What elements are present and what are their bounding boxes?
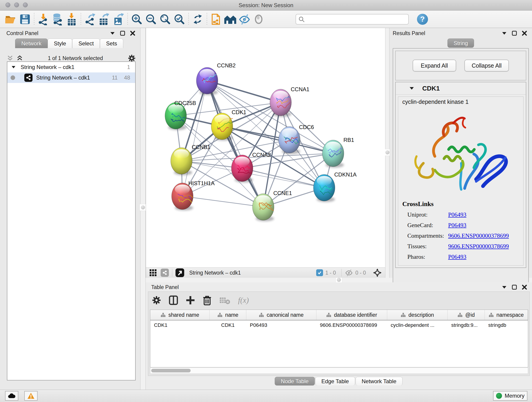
- network-node-CCNE1[interactable]: CCNE1: [253, 190, 292, 221]
- column-header-database-identifier[interactable]: database identifier: [316, 310, 387, 320]
- crosslink-link[interactable]: P06493: [448, 222, 466, 229]
- expand-all-icon[interactable]: [17, 55, 23, 61]
- network-edge[interactable]: [207, 81, 281, 102]
- float-panel-icon[interactable]: [502, 32, 507, 35]
- column-header-description[interactable]: description: [387, 310, 447, 320]
- crosslink-link[interactable]: P06493: [448, 211, 466, 218]
- search-input[interactable]: [305, 16, 403, 22]
- network-node-CCNA1[interactable]: CCNA1: [270, 86, 309, 117]
- network-edge[interactable]: [207, 81, 263, 207]
- grid-view-icon[interactable]: [149, 269, 157, 277]
- network-badge-gray[interactable]: [161, 269, 169, 277]
- save-session-button[interactable]: [18, 13, 32, 26]
- memory-button[interactable]: Memory: [493, 391, 527, 401]
- network-node-CCNA2[interactable]: CCNA2: [231, 152, 271, 183]
- show-columns-icon[interactable]: [169, 295, 178, 305]
- export-network-button[interactable]: [83, 13, 97, 26]
- collapse-all-button[interactable]: Collapse All: [464, 60, 509, 71]
- table-options-gear-icon[interactable]: [152, 296, 161, 305]
- maximize-panel-icon[interactable]: [120, 31, 125, 36]
- tab-select[interactable]: Select: [72, 38, 100, 48]
- table-horizontal-scrollbar[interactable]: [150, 368, 528, 374]
- show-glass-eye-button[interactable]: [252, 13, 266, 26]
- expand-all-button[interactable]: Expand All: [413, 60, 456, 71]
- network-collection-row[interactable]: String Network – cdk1 1: [7, 62, 135, 72]
- gene-header[interactable]: CDK1: [396, 82, 526, 95]
- left-splitter-handle[interactable]: [139, 204, 146, 211]
- network-node-CDKN1A[interactable]: CDKN1A: [313, 172, 356, 202]
- collapse-gene-icon[interactable]: [409, 87, 414, 90]
- tab-style[interactable]: Style: [48, 38, 72, 48]
- selected-nodes-checkbox[interactable]: [316, 269, 323, 276]
- export-table-button[interactable]: [97, 13, 111, 26]
- refresh-button[interactable]: [191, 13, 205, 26]
- table-cell[interactable]: CDK1: [210, 320, 246, 330]
- maximize-panel-icon[interactable]: [512, 285, 517, 290]
- export-image-button[interactable]: [111, 13, 126, 26]
- table-cell[interactable]: stringdb: [485, 320, 528, 330]
- table-cell[interactable]: stringdb:9...: [448, 320, 485, 330]
- collapse-all-icon[interactable]: [7, 55, 13, 61]
- column-header-shared-name[interactable]: shared name: [150, 310, 210, 320]
- delete-trash-icon[interactable]: [203, 295, 211, 305]
- add-column-icon[interactable]: [186, 296, 195, 305]
- node-table[interactable]: shared namenamecanonical namedatabase id…: [150, 310, 528, 367]
- tab-node-table[interactable]: Node Table: [275, 377, 315, 385]
- float-panel-icon[interactable]: [110, 32, 115, 35]
- table-cell[interactable]: 9606.ENSP00000378699: [316, 320, 387, 330]
- help-button[interactable]: ?: [417, 14, 428, 25]
- cloud-status-button[interactable]: [5, 391, 18, 401]
- network-edge[interactable]: [182, 196, 263, 207]
- tab-network[interactable]: Network: [15, 38, 48, 48]
- scrollbar-thumb[interactable]: [151, 369, 191, 372]
- network-node-HIST1H1A[interactable]: HIST1H1A: [172, 180, 215, 211]
- network-node-RB1[interactable]: RB1: [322, 137, 354, 168]
- maximize-panel-icon[interactable]: [512, 31, 517, 36]
- tab-string-results[interactable]: String: [447, 38, 474, 48]
- crosslink-link[interactable]: 9606.ENSP00000378699: [448, 243, 509, 250]
- crosslink-link[interactable]: P06493: [448, 254, 466, 260]
- column-header-canonical-name[interactable]: canonical name: [246, 310, 317, 320]
- column-header--id[interactable]: @id: [448, 310, 485, 320]
- open-session-button[interactable]: [4, 13, 18, 26]
- column-header-name[interactable]: name: [210, 310, 246, 320]
- zoom-selected-button[interactable]: [172, 13, 186, 26]
- close-panel-icon[interactable]: [522, 31, 527, 36]
- network-edge[interactable]: [182, 81, 207, 196]
- close-panel-icon[interactable]: [130, 31, 135, 36]
- crosslink-link[interactable]: 9606.ENSP00000378699: [448, 232, 509, 239]
- tab-sets[interactable]: Sets: [100, 38, 123, 48]
- table-row[interactable]: CDK1CDK1P064939606.ENSP00000378699cyclin…: [150, 320, 528, 330]
- import-network-database-button[interactable]: [51, 13, 65, 26]
- network-options-gear-icon[interactable]: [128, 54, 136, 62]
- zoom-in-button[interactable]: [130, 13, 144, 26]
- close-panel-icon[interactable]: [522, 285, 527, 290]
- network-row[interactable]: String Network – cdk1 11 48: [7, 72, 135, 83]
- home-databases-button[interactable]: [223, 13, 237, 26]
- zoom-out-button[interactable]: [144, 13, 158, 26]
- network-edge[interactable]: [222, 126, 333, 153]
- string-protocols-button[interactable]: [209, 13, 223, 26]
- tree-expand-icon[interactable]: [12, 66, 16, 69]
- table-cell[interactable]: P06493: [246, 320, 317, 330]
- column-header-namespace[interactable]: namespace: [485, 310, 528, 320]
- tab-edge-table[interactable]: Edge Table: [315, 377, 355, 385]
- birds-eye-position-icon[interactable]: [373, 268, 382, 277]
- table-cell[interactable]: CDK1: [150, 320, 210, 330]
- search-box[interactable]: [296, 14, 409, 25]
- import-table-button[interactable]: [65, 13, 79, 26]
- warnings-button[interactable]: [24, 391, 38, 401]
- tab-network-table[interactable]: Network Table: [355, 377, 403, 385]
- fit-content-button[interactable]: [158, 13, 172, 26]
- network-node-CDK1[interactable]: CDK1: [211, 109, 246, 141]
- hide-glass-eye-button[interactable]: [237, 13, 252, 26]
- right-splitter[interactable]: [385, 28, 389, 278]
- float-panel-icon[interactable]: [502, 286, 507, 289]
- left-splitter[interactable]: [140, 28, 146, 390]
- network-canvas[interactable]: CCNB2CCNA1CDC25BCDK1CDC6RB1CCNB1CCNA2CDK…: [146, 28, 385, 268]
- detach-view-button[interactable]: [176, 268, 184, 277]
- import-network-file-button[interactable]: [36, 13, 51, 26]
- network-node-CDC25B[interactable]: CDC25B: [165, 100, 196, 130]
- table-cell[interactable]: cyclin-dependent ...: [387, 320, 447, 330]
- network-node-CCNB2[interactable]: CCNB2: [196, 62, 235, 95]
